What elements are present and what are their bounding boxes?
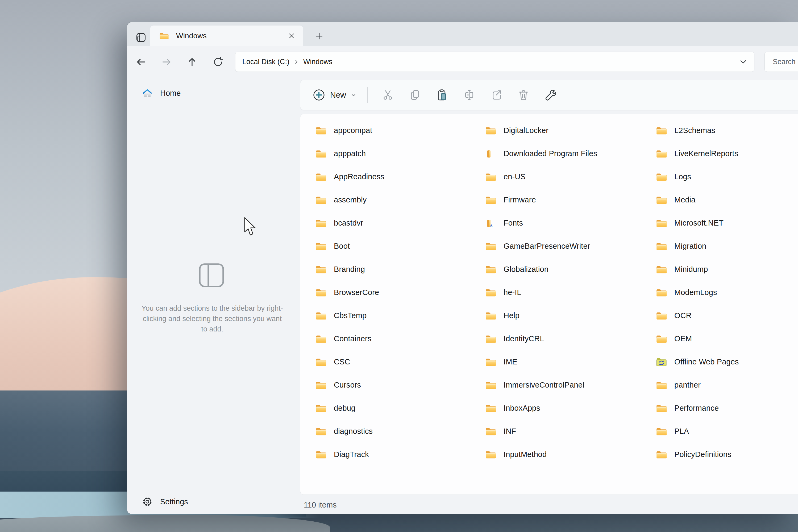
file-item[interactable]: Containers xyxy=(315,327,480,350)
file-item[interactable]: Help xyxy=(485,304,650,327)
file-item-label: IdentityCRL xyxy=(504,334,544,343)
tab-title: Windows xyxy=(176,32,286,40)
file-item[interactable]: ModemLogs xyxy=(656,281,798,304)
tab-windows[interactable]: Windows xyxy=(150,25,303,46)
file-item[interactable]: Minidump xyxy=(656,258,798,281)
file-item[interactable]: BrowserCore xyxy=(315,281,480,304)
file-item-label: INF xyxy=(504,427,516,436)
file-item-label: InboxApps xyxy=(504,404,540,413)
folder-icon xyxy=(656,426,667,436)
file-item[interactable]: AppReadiness xyxy=(315,165,480,188)
file-item[interactable]: CbsTemp xyxy=(315,304,480,327)
file-item[interactable]: IdentityCRL xyxy=(485,327,650,350)
file-item[interactable]: OEM xyxy=(656,327,798,350)
file-item[interactable]: GameBarPresenceWriter xyxy=(485,234,650,258)
paste-button[interactable] xyxy=(432,85,452,105)
file-item[interactable]: bcastdvr xyxy=(315,211,480,234)
items-count: 110 items xyxy=(304,500,337,509)
file-item[interactable]: DigitalLocker xyxy=(485,119,650,142)
file-item[interactable]: Offline Web Pages xyxy=(656,350,798,374)
sidebar-item-home[interactable]: Home xyxy=(135,84,292,102)
file-item[interactable]: en-US xyxy=(485,165,650,188)
file-column: DigitalLocker Downloaded Program Files e… xyxy=(485,119,650,466)
folder-icon xyxy=(656,241,667,251)
file-item[interactable]: InputMethod xyxy=(485,443,650,466)
folder-icon xyxy=(315,334,327,344)
file-item[interactable]: Branding xyxy=(315,258,480,281)
search-input[interactable]: Search xyxy=(764,52,798,72)
file-item[interactable]: InboxApps xyxy=(485,397,650,420)
gear-icon xyxy=(141,496,153,507)
file-item-label: en-US xyxy=(504,172,526,181)
file-item[interactable]: Downloaded Program Files xyxy=(485,142,650,165)
file-item[interactable]: LiveKernelReports xyxy=(656,142,798,165)
file-item[interactable]: DiagTrack xyxy=(315,443,480,466)
rename-button[interactable] xyxy=(459,85,479,105)
file-item[interactable]: panther xyxy=(656,374,798,397)
file-item-label: CbsTemp xyxy=(334,311,366,320)
folder-icon xyxy=(656,218,667,228)
file-item[interactable]: he-IL xyxy=(485,281,650,304)
file-item[interactable]: Globalization xyxy=(485,258,650,281)
tools-button[interactable] xyxy=(541,85,560,105)
share-button[interactable] xyxy=(487,85,506,105)
refresh-button[interactable] xyxy=(210,54,226,70)
breadcrumb-segment-current[interactable]: Windows xyxy=(301,56,335,68)
back-button[interactable] xyxy=(133,54,149,70)
folder-icon xyxy=(315,264,327,274)
file-item[interactable]: Performance xyxy=(656,397,798,420)
sidebar-item-label: Settings xyxy=(160,497,188,506)
new-plus-icon xyxy=(312,89,325,101)
copy-button[interactable] xyxy=(405,85,425,105)
tab-close-button[interactable] xyxy=(286,30,298,42)
forward-button[interactable] xyxy=(159,54,174,70)
address-bar[interactable]: Local Disk (C:) Windows xyxy=(235,52,754,72)
file-item[interactable]: L2Schemas xyxy=(656,119,798,142)
file-item[interactable]: A Fonts xyxy=(485,211,650,234)
file-item-label: Downloaded Program Files xyxy=(504,149,597,158)
file-item[interactable]: appcompat xyxy=(315,119,480,142)
file-item[interactable]: OCR xyxy=(656,304,798,327)
breadcrumb-segment-drive[interactable]: Local Disk (C:) xyxy=(240,56,292,68)
file-item-label: Minidump xyxy=(674,265,708,274)
file-item-label: appcompat xyxy=(334,126,372,135)
folder-icon xyxy=(485,403,497,413)
folder-icon xyxy=(485,241,497,251)
file-item[interactable]: Microsoft.NET xyxy=(656,211,798,234)
file-item-label: assembly xyxy=(334,195,366,204)
file-item[interactable]: ImmersiveControlPanel xyxy=(485,374,650,397)
file-item[interactable]: Boot xyxy=(315,234,480,258)
file-item[interactable]: assembly xyxy=(315,188,480,211)
address-dropdown-button[interactable] xyxy=(739,58,747,66)
delete-button[interactable] xyxy=(514,85,533,105)
file-item[interactable]: Cursors xyxy=(315,374,480,397)
file-item[interactable]: diagnostics xyxy=(315,420,480,443)
new-tab-button[interactable] xyxy=(313,30,326,42)
cut-button[interactable] xyxy=(378,85,398,105)
file-item[interactable]: apppatch xyxy=(315,142,480,165)
folder-icon xyxy=(656,450,667,459)
sidebar-item-settings[interactable]: Settings xyxy=(135,493,292,511)
file-item[interactable]: INF xyxy=(485,420,650,443)
new-button[interactable]: New xyxy=(310,87,359,103)
file-item[interactable]: IME xyxy=(485,350,650,374)
file-item[interactable]: Firmware xyxy=(485,188,650,211)
file-list-panel: appcompat apppatch AppReadiness assembly… xyxy=(300,114,798,495)
file-item-label: Fonts xyxy=(504,218,523,227)
sidebar-toggle-button[interactable] xyxy=(135,32,147,44)
file-item-label: Logs xyxy=(674,172,691,181)
file-item[interactable]: Migration xyxy=(656,234,798,258)
file-item[interactable]: PolicyDefinitions xyxy=(656,443,798,466)
folder-icon xyxy=(315,172,327,182)
file-item[interactable]: PLA xyxy=(656,420,798,443)
file-item[interactable]: debug xyxy=(315,397,480,420)
file-item[interactable]: Logs xyxy=(656,165,798,188)
toolbar: New xyxy=(300,80,798,110)
cursor-pointer xyxy=(244,217,258,236)
up-button[interactable] xyxy=(184,54,200,70)
folder-icon xyxy=(485,126,497,135)
file-item[interactable]: CSC xyxy=(315,350,480,374)
search-placeholder: Search xyxy=(773,58,796,66)
new-chevron-icon xyxy=(350,92,357,98)
file-item[interactable]: Media xyxy=(656,188,798,211)
